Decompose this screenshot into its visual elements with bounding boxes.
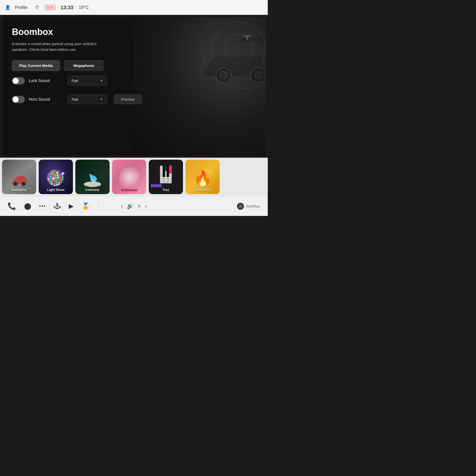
controls-section: Play Current Media Megaphone Lock Sound … xyxy=(12,60,137,108)
lock-sound-toggle[interactable] xyxy=(12,77,25,85)
sparkle-2: ✨ xyxy=(204,168,208,172)
play-current-media-button[interactable]: Play Current Media xyxy=(12,60,60,71)
lock-sound-value: Fart xyxy=(72,79,78,83)
trax-tile-label: Trax xyxy=(163,188,169,192)
car-background xyxy=(134,17,266,156)
app-tile-romance[interactable]: 🔥 ✨ ✨ Romance xyxy=(185,160,220,194)
pink-bar xyxy=(169,166,172,174)
circle-3 xyxy=(224,34,253,64)
speaker-icon[interactable]: 🔊 xyxy=(127,203,133,209)
boombox-title: Boombox xyxy=(12,27,137,37)
dots-icon[interactable]: ••• xyxy=(39,203,46,209)
app-tile-colorizer[interactable]: 💧 Colorizer xyxy=(75,160,110,194)
horn-sound-value: Fart xyxy=(72,97,78,101)
boombox-description: Entertain a crowd when parked using your… xyxy=(12,41,106,52)
megaphone-button[interactable]: Megaphone xyxy=(64,60,104,71)
colorizer-oval xyxy=(84,181,101,187)
time-display: 13:33 xyxy=(61,5,73,10)
temperature-display: 19°C xyxy=(79,5,89,10)
app-tray: Boombox xyxy=(0,158,268,196)
phone-icon[interactable]: 📞 xyxy=(7,202,16,210)
mobilox-logo xyxy=(237,203,244,210)
emissions-tile-label: Emissions xyxy=(121,188,137,192)
romance-fire-container: 🔥 ✨ ✨ xyxy=(193,170,212,187)
boombox-panel: Boombox Entertain a crowd when parked us… xyxy=(2,17,147,118)
media-controls: ‹ 🔊 ✕ › xyxy=(121,203,147,209)
horn-sound-row: Horn Sound Fart ▼ Preview xyxy=(12,94,137,104)
main-content: Boombox Entertain a crowd when parked us… xyxy=(2,17,266,156)
horn-sound-label: Horn Sound xyxy=(29,97,59,102)
apps-icon[interactable]: 🏅 xyxy=(82,202,89,210)
mobilox-label: mobilox xyxy=(246,204,260,208)
horn-sound-arrow: ▼ xyxy=(100,98,103,101)
svg-point-10 xyxy=(23,183,25,185)
camera-icon[interactable]: ⬤ xyxy=(24,202,31,210)
black-key-1 xyxy=(163,166,165,177)
lock-sound-arrow: ▼ xyxy=(100,79,103,83)
boombox-tile-icon xyxy=(9,172,29,187)
lock-sound-dropdown[interactable]: Fart ▼ xyxy=(67,76,107,86)
sos-label: SOS xyxy=(45,5,55,10)
clock-icon: ⏱ xyxy=(35,5,39,10)
mobilox-watermark: mobilox xyxy=(237,203,260,210)
svg-point-12 xyxy=(240,206,241,207)
app-tile-emissions[interactable]: Emissions xyxy=(112,160,146,194)
app-tile-lightshow[interactable]: ✦ Light Show xyxy=(39,160,73,194)
colorizer-tile-label: Colorizer xyxy=(86,188,99,192)
horn-sound-toggle[interactable] xyxy=(12,96,25,103)
profile-icon: 👤 xyxy=(5,5,10,10)
mode-buttons-row: Play Current Media Megaphone xyxy=(12,60,137,71)
romance-tile-label: Romance xyxy=(195,188,210,192)
lightshow-tile-label: Light Show xyxy=(47,188,64,192)
horn-sound-dropdown[interactable]: Fart ▼ xyxy=(67,94,107,104)
app-tile-trax[interactable]: Trax xyxy=(149,160,183,194)
status-bar: 👤 Profile ⏱ SOS 13:33 19°C xyxy=(0,0,268,15)
boombox-tile-label: Boombox xyxy=(12,188,27,192)
sparkle-1: ✨ xyxy=(208,169,213,174)
prev-track-icon[interactable]: ‹ xyxy=(121,203,123,209)
disco-ball: ✦ xyxy=(47,170,64,187)
lock-sound-label: Lock Sound xyxy=(29,79,59,83)
profile-label[interactable]: Profile xyxy=(15,5,28,10)
purple-bar xyxy=(151,184,162,187)
app-tile-boombox[interactable]: Boombox xyxy=(2,160,36,194)
black-key-2 xyxy=(167,166,169,177)
joystick-icon[interactable]: 🕹 xyxy=(54,202,61,210)
taskbar-divider-1 xyxy=(98,201,99,211)
lock-sound-row: Lock Sound Fart ▼ xyxy=(12,76,137,86)
taskbar: 📞 ⬤ ••• 🕹 ▶ 🏅 ‹ 🔊 ✕ › mobilox xyxy=(0,196,268,216)
media-icon[interactable]: ▶ xyxy=(69,202,74,210)
svg-point-8 xyxy=(14,183,16,185)
next-track-icon[interactable]: › xyxy=(145,203,147,209)
preview-button[interactable]: Preview xyxy=(114,94,142,104)
mute-icon[interactable]: ✕ xyxy=(137,204,141,209)
